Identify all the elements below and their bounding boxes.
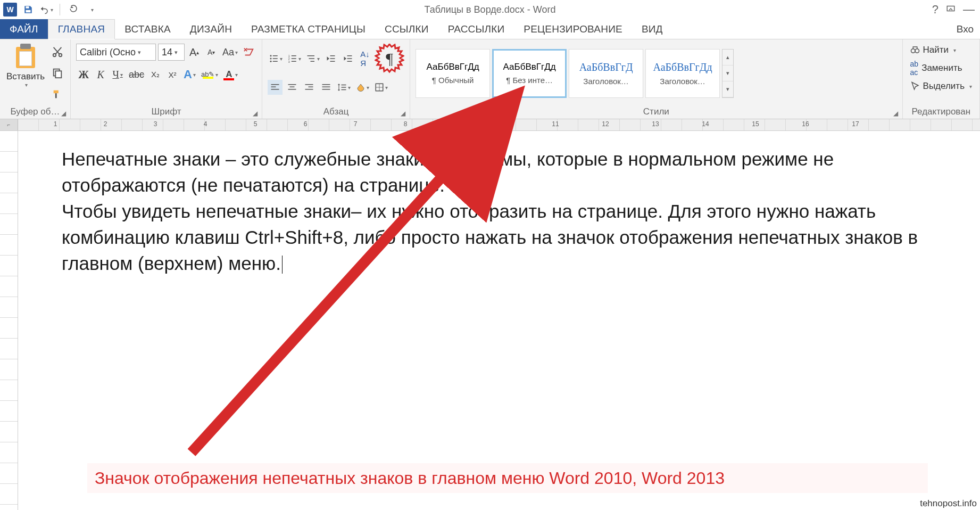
borders-button[interactable] — [373, 80, 389, 95]
help-button[interactable]: ? — [932, 3, 939, 17]
svg-rect-36 — [309, 87, 313, 88]
style-normal[interactable]: АаБбВвГгДд ¶ Обычный — [416, 49, 490, 98]
clear-formatting-button[interactable] — [242, 45, 256, 60]
tab-review[interactable]: РЕЦЕНЗИРОВАНИЕ — [514, 19, 632, 39]
multilevel-list-button[interactable] — [305, 51, 321, 66]
tab-design[interactable]: ДИЗАЙН — [180, 19, 242, 39]
svg-rect-32 — [288, 84, 296, 85]
strikethrough-button[interactable]: abc — [127, 67, 146, 82]
format-painter-button[interactable] — [50, 87, 65, 101]
group-clipboard-label: Буфер об… — [11, 106, 60, 117]
ribbon-tabs: ФАЙЛ ГЛАВНАЯ ВСТАВКА ДИЗАЙН РАЗМЕТКА СТР… — [0, 19, 980, 39]
tab-references[interactable]: ССЫЛКИ — [375, 19, 438, 39]
numbering-button[interactable]: 123 — [286, 51, 303, 66]
style-heading1[interactable]: АаБбВвГгД Заголовок… — [569, 49, 643, 98]
paste-button[interactable]: Вставить ▾ — [3, 42, 48, 105]
subscript-button[interactable]: X₂ — [148, 67, 163, 82]
ruler-vertical[interactable] — [0, 131, 18, 510]
svg-rect-41 — [342, 85, 346, 86]
style-no-spacing[interactable]: АаБбВвГгДд ¶ Без инте… — [492, 49, 567, 98]
svg-rect-24 — [330, 61, 335, 62]
copy-button[interactable] — [50, 66, 65, 80]
bullets-button[interactable] — [268, 51, 284, 66]
sort-button[interactable]: А↓Я — [358, 51, 372, 66]
paragraph-2: Чтобы увидеть непечатные знаки– их нужно… — [62, 198, 927, 276]
align-right-button[interactable] — [302, 80, 317, 95]
annotation-caption: Значок отображения непечатных знаков в г… — [87, 463, 928, 493]
styles-scroll-up[interactable]: ▴ — [722, 50, 733, 65]
svg-rect-25 — [347, 55, 352, 56]
svg-rect-35 — [305, 84, 313, 85]
font-color-button[interactable]: A — [222, 67, 239, 82]
ribbon: Вставить ▾ Буфер об…◢ Calibri (Осн — [0, 39, 980, 119]
shading-button[interactable] — [354, 80, 371, 95]
binoculars-icon — [910, 45, 920, 55]
find-label: Найти — [923, 45, 949, 55]
svg-rect-40 — [322, 89, 330, 90]
word-icon: W — [3, 3, 17, 17]
save-button[interactable] — [21, 3, 35, 17]
tab-home[interactable]: ГЛАВНАЯ — [48, 19, 115, 39]
shrink-font-button[interactable]: A▾ — [204, 45, 219, 60]
align-center-button[interactable] — [285, 80, 300, 95]
grow-font-button[interactable]: A▴ — [187, 45, 202, 60]
align-left-button[interactable] — [268, 80, 283, 95]
redo-button[interactable] — [67, 3, 80, 17]
sign-in[interactable]: Вхо — [950, 19, 980, 39]
minimize-button[interactable]: — — [963, 3, 975, 17]
font-name-combo[interactable]: Calibri (Осно▾ — [76, 44, 156, 61]
font-size-combo[interactable]: 14▾ — [158, 44, 185, 61]
svg-rect-27 — [347, 61, 352, 62]
watermark: tehnopost.info — [920, 498, 977, 509]
clipboard-launcher[interactable]: ◢ — [61, 110, 66, 117]
tab-insert[interactable]: ВСТАВКА — [115, 19, 180, 39]
style-preview: АаБбВвГгДд — [653, 61, 712, 73]
replace-label: Заменить — [921, 63, 962, 73]
ribbon-options-button[interactable] — [946, 3, 956, 17]
styles-launcher[interactable]: ◢ — [893, 110, 898, 117]
svg-rect-1 — [26, 10, 31, 13]
italic-button[interactable]: К — [93, 67, 108, 82]
style-heading2[interactable]: АаБбВвГгДд Заголовок… — [645, 49, 720, 98]
tab-layout[interactable]: РАЗМЕТКА СТРАНИЦЫ — [242, 19, 375, 39]
font-launcher[interactable]: ◢ — [253, 110, 258, 117]
tab-mailings[interactable]: РАССЫЛКИ — [438, 19, 514, 39]
show-hide-marks-button[interactable]: ¶ — [375, 44, 404, 73]
svg-rect-18 — [292, 61, 296, 62]
styles-scroll-down[interactable]: ▾ — [722, 65, 733, 81]
find-button[interactable]: Найти▾ — [910, 45, 972, 55]
underline-button[interactable]: Ч — [110, 67, 125, 82]
tab-file[interactable]: ФАЙЛ — [0, 19, 48, 39]
change-case-button[interactable]: Aa — [221, 45, 239, 60]
svg-rect-16 — [292, 58, 296, 59]
pilcrow-icon: ¶ — [386, 50, 393, 68]
replace-button[interactable]: abac Заменить — [910, 60, 972, 77]
svg-rect-31 — [271, 89, 279, 90]
line-spacing-button[interactable] — [336, 80, 352, 95]
ruler-horizontal[interactable]: ⌐ 1234567891011121314151617 — [0, 119, 980, 131]
bold-button[interactable]: Ж — [76, 67, 91, 82]
undo-button[interactable]: ▾ — [39, 3, 53, 17]
increase-indent-button[interactable] — [340, 51, 355, 66]
decrease-indent-button[interactable] — [323, 51, 338, 66]
group-paragraph-label: Абзац — [323, 106, 349, 117]
cut-button[interactable] — [50, 45, 65, 59]
align-justify-button[interactable] — [319, 80, 334, 95]
qat-customize[interactable]: ▾ — [85, 3, 98, 17]
highlight-button[interactable]: ab✎ — [200, 67, 220, 82]
group-editing: Найти▾ abac Заменить Выделить▾ Редактиро… — [903, 39, 980, 119]
document-area[interactable]: Непечатные знаки – это служебные знаки п… — [18, 131, 980, 510]
svg-rect-0 — [26, 6, 29, 9]
svg-rect-34 — [288, 89, 296, 90]
styles-expand[interactable]: ▾ — [722, 81, 733, 97]
paste-dropdown[interactable]: ▾ — [25, 82, 28, 88]
superscript-button[interactable]: X² — [165, 67, 180, 82]
document-text[interactable]: Непечатные знаки – это служебные знаки п… — [62, 146, 927, 276]
paragraph-1: Непечатные знаки – это служебные знаки п… — [62, 146, 927, 198]
svg-rect-6 — [55, 71, 61, 78]
select-button[interactable]: Выделить▾ — [910, 81, 972, 92]
paragraph-launcher[interactable]: ◢ — [401, 110, 405, 117]
tab-view[interactable]: ВИД — [632, 19, 672, 39]
text-effects-button[interactable]: A — [182, 67, 197, 82]
group-font: Calibri (Осно▾ 14▾ A▴ A▾ Aa Ж К Ч abc X₂… — [71, 39, 262, 119]
